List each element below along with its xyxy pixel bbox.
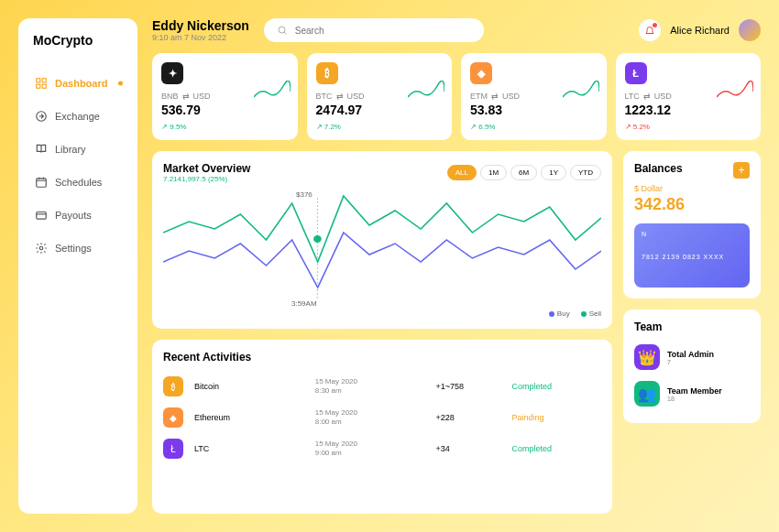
coin-cards: ✦ BNB ⇄ USD 536.79 ↗ 9.5% ₿ BTC ⇄ USD 24… xyxy=(152,53,761,140)
coin-card-btc[interactable]: ₿ BTC ⇄ USD 2474.97 ↗ 7.2% xyxy=(307,53,453,140)
legend-buy: Buy xyxy=(557,309,570,318)
team-item[interactable]: 👑 Total Admin7 xyxy=(634,339,750,375)
current-user-name: Alice Richard xyxy=(670,25,730,36)
coin-price: 2474.97 xyxy=(316,103,444,117)
sidebar-item-payouts[interactable]: Payouts xyxy=(29,201,126,229)
sparkline-icon xyxy=(254,81,291,103)
sparkline-icon xyxy=(717,81,753,103)
coin-change: ↗ 7.2% xyxy=(316,123,444,131)
market-sub: 7.2141,997.5 (25%) xyxy=(163,175,250,183)
coin-card-ltc[interactable]: Ł LTC ⇄ USD 1223.12 ↗ 5.2% xyxy=(616,53,762,140)
svg-rect-6 xyxy=(37,212,47,220)
chart-time-label: 3:59AM xyxy=(291,299,317,308)
timestamp: 9:10 am 7 Nov 2022 xyxy=(152,33,249,42)
svg-rect-0 xyxy=(37,79,40,82)
nav-label: Library xyxy=(55,144,86,155)
book-icon xyxy=(35,143,48,156)
activity-coin-icon: ₿ xyxy=(163,376,183,396)
coin-card-bnb[interactable]: ✦ BNB ⇄ USD 536.79 ↗ 9.5% xyxy=(152,53,298,140)
team-title: Team xyxy=(634,320,750,333)
balances-panel: Balances + $ Dollar 342.86 N 7812 2139 0… xyxy=(623,151,761,299)
grid-icon xyxy=(35,77,48,90)
card-number: 7812 2139 0823 XXXX xyxy=(642,254,742,260)
team-label: Total Admin xyxy=(667,350,714,359)
filter-ytd[interactable]: YTD xyxy=(570,165,601,180)
activity-amount: +1~758 xyxy=(436,382,503,391)
header: Eddy Nickerson 9:10 am 7 Nov 2022 Alice … xyxy=(152,18,761,42)
activity-row[interactable]: ◆ Ethereum 15 May 20208:00 am +228 Paind… xyxy=(163,402,601,433)
coin-change: ↗ 5.2% xyxy=(625,123,752,131)
svg-rect-5 xyxy=(37,179,47,187)
sidebar-item-schedules[interactable]: Schedules xyxy=(29,168,126,196)
search-icon xyxy=(277,25,288,36)
activity-coin: Bitcoin xyxy=(194,382,306,391)
activity-row[interactable]: Ł LTC 15 May 20209:00 am +34 Completed xyxy=(163,433,601,464)
sidebar-item-library[interactable]: Library xyxy=(29,136,126,163)
svg-point-7 xyxy=(39,246,43,250)
search-input[interactable] xyxy=(295,26,471,36)
coin-icon: ₿ xyxy=(316,62,338,84)
activity-coin-icon: Ł xyxy=(163,439,183,459)
activity-row[interactable]: ₿ Bitcoin 15 May 20208:30 am +1~758 Comp… xyxy=(163,371,601,402)
svg-rect-3 xyxy=(42,84,46,88)
coin-change: ↗ 9.5% xyxy=(161,123,289,131)
coin-price: 536.79 xyxy=(161,103,289,117)
chart-tooltip: $376 xyxy=(296,190,313,199)
sidebar-item-exchange[interactable]: Exchange xyxy=(29,103,126,130)
team-count: 18 xyxy=(667,396,722,402)
activity-coin: LTC xyxy=(194,444,306,453)
activity-status: Painding xyxy=(512,413,601,422)
recent-activities-panel: Recent Activities ₿ Bitcoin 15 May 20208… xyxy=(152,340,612,514)
sidebar: MoCrypto Dashboard Exchange Library Sche… xyxy=(18,18,137,514)
wallet-icon xyxy=(35,209,48,222)
activity-status: Completed xyxy=(512,382,601,391)
nav-label: Exchange xyxy=(55,111,100,122)
activity-amount: +34 xyxy=(436,444,503,453)
sidebar-item-settings[interactable]: Settings xyxy=(29,234,126,262)
team-panel: Team 👑 Total Admin7 👥 Team Member18 xyxy=(623,309,761,423)
search-box[interactable] xyxy=(264,18,484,42)
time-filters: ALL1M6M1YYTD xyxy=(447,165,601,180)
coin-card-etm[interactable]: ◆ ETM ⇄ USD 53.83 ↗ 6.5% xyxy=(461,53,607,140)
svg-point-10 xyxy=(313,235,322,243)
activity-amount: +228 xyxy=(436,413,503,422)
add-balance-button[interactable]: + xyxy=(733,162,750,179)
sparkline-icon xyxy=(408,81,444,103)
nav-label: Dashboard xyxy=(55,78,107,89)
activity-date: 15 May 20208:00 am xyxy=(315,408,427,428)
filter-1m[interactable]: 1M xyxy=(480,165,507,180)
sparkline-icon xyxy=(563,81,599,103)
coin-icon: Ł xyxy=(625,62,647,84)
team-count: 7 xyxy=(667,359,714,365)
svg-point-8 xyxy=(279,27,285,33)
market-chart: $376 3:59AM xyxy=(163,189,601,308)
notifications-button[interactable] xyxy=(639,19,661,41)
avatar[interactable] xyxy=(739,19,761,41)
logo: MoCrypto xyxy=(29,33,126,48)
coin-icon: ◆ xyxy=(470,62,492,84)
coin-change: ↗ 6.5% xyxy=(470,123,598,131)
nav-label: Payouts xyxy=(55,210,92,221)
filter-1y[interactable]: 1Y xyxy=(541,165,566,180)
coin-icon: ✦ xyxy=(161,62,183,84)
calendar-icon xyxy=(35,176,48,189)
team-label: Team Member xyxy=(667,386,722,396)
activity-coin: Ethereum xyxy=(194,413,306,422)
page-title: Eddy Nickerson xyxy=(152,18,249,33)
activity-status: Completed xyxy=(512,444,601,453)
team-item[interactable]: 👥 Team Member18 xyxy=(634,375,750,412)
page-user-info: Eddy Nickerson 9:10 am 7 Nov 2022 xyxy=(152,18,249,42)
market-overview-panel: Market Overview 7.2141,997.5 (25%) ALL1M… xyxy=(152,151,612,329)
nav-label: Schedules xyxy=(55,177,102,188)
filter-6m[interactable]: 6M xyxy=(510,165,537,180)
sidebar-item-dashboard[interactable]: Dashboard xyxy=(29,70,126,97)
bell-icon xyxy=(644,25,655,36)
coin-price: 1223.12 xyxy=(625,103,752,117)
credit-card[interactable]: N 7812 2139 0823 XXXX xyxy=(634,223,750,288)
nav-label: Settings xyxy=(55,243,92,254)
gear-icon xyxy=(35,242,48,255)
activity-date: 15 May 20208:30 am xyxy=(315,377,427,396)
activity-coin-icon: ◆ xyxy=(163,407,183,428)
balance-amount: 342.86 xyxy=(634,195,750,214)
filter-all[interactable]: ALL xyxy=(447,165,477,180)
